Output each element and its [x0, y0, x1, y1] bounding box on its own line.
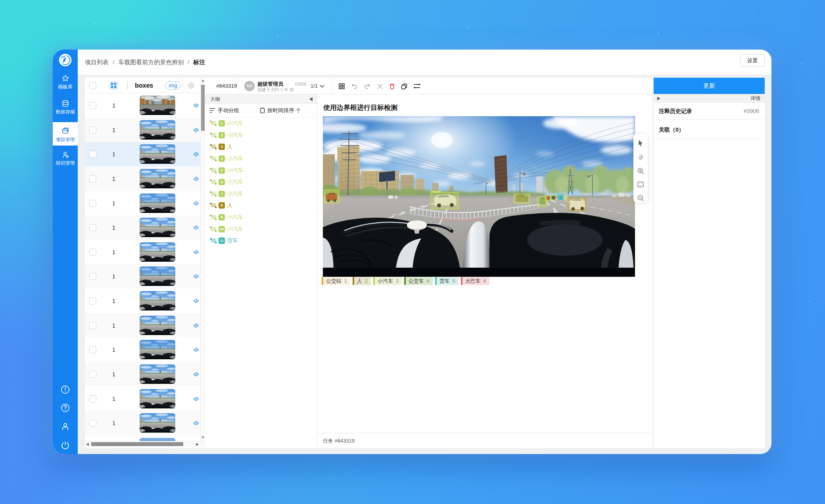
- svg-text:DataLab: DataLab: [61, 56, 66, 57]
